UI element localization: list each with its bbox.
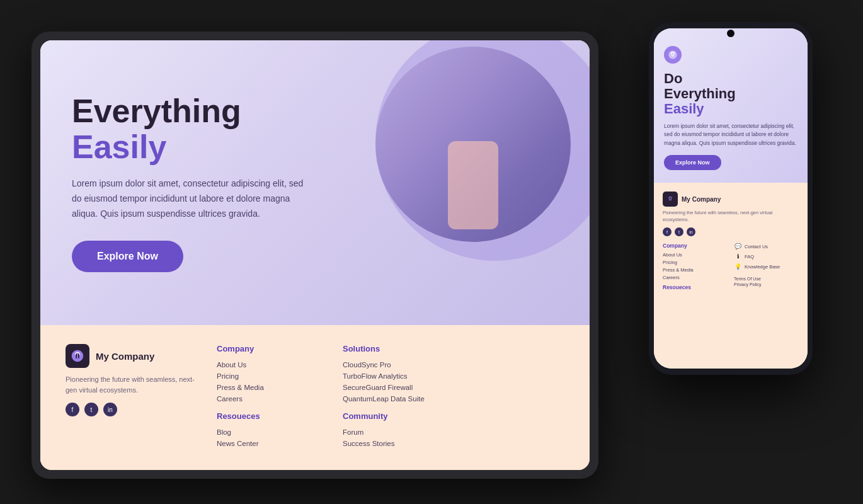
- phone-footer-columns: Company About Us Pricing Press & Media C…: [663, 243, 799, 294]
- phone-legal: Terms Of Use Privacy Policy: [734, 277, 799, 287]
- solutions-link-turboflow[interactable]: TurboFlow Analytics: [343, 372, 481, 380]
- brand-name: My Company: [96, 351, 154, 362]
- footer-col-empty: [494, 344, 590, 451]
- company-link-press[interactable]: Press & Media: [217, 384, 330, 391]
- hero-title-line1: Everything: [72, 93, 311, 129]
- twitter-icon[interactable]: t: [84, 403, 98, 416]
- hero-image: [375, 47, 571, 242]
- phone-device: Do Everything Easily Lorem ipsum dolor s…: [649, 22, 813, 375]
- phone-hero-title-line1: Do: [664, 71, 797, 86]
- phone-explore-now-button[interactable]: Explore Now: [664, 155, 721, 170]
- social-icons: f t in: [66, 403, 204, 416]
- phone-faq-item: ℹ FAQ: [734, 253, 799, 260]
- explore-now-button[interactable]: Explore Now: [72, 241, 183, 272]
- hero-title-line2: Easily: [72, 129, 311, 165]
- phone-hero-section: Do Everything Easily Lorem ipsum dolor s…: [654, 28, 808, 183]
- tablet-footer-section: My Company Pioneering the future with se…: [40, 325, 590, 470]
- phone-brand-icon: [663, 192, 678, 207]
- resources-link-news[interactable]: News Center: [217, 440, 330, 447]
- solutions-link-secureguard[interactable]: SecureGuard Firewall: [343, 384, 481, 391]
- phone-hero-title-line3: Easily: [664, 101, 797, 117]
- phone-notch: [727, 30, 734, 37]
- phone-terms-link[interactable]: Terms Of Use: [734, 277, 799, 281]
- phone-facebook-icon[interactable]: f: [663, 227, 672, 236]
- phone-brand-tagline: Pioneering the future with seamless, nex…: [663, 210, 799, 223]
- footer-solutions-col: Solutions CloudSync Pro TurboFlow Analyt…: [343, 344, 481, 451]
- phone-brand-logo: My Company: [663, 192, 799, 207]
- community-link-success[interactable]: Success Stories: [343, 440, 481, 447]
- chat-icon: 💬: [734, 243, 741, 250]
- phone-kb-label[interactable]: Knowledge Base: [745, 264, 780, 270]
- solutions-link-quantumleap[interactable]: QuantumLeap Data Suite: [343, 395, 481, 403]
- phone-kb-item: 💡 Knowledge Base: [734, 263, 799, 270]
- solutions-col-title: Solutions: [343, 344, 481, 353]
- svg-rect-0: [672, 54, 672, 57]
- phone-social-icons: f t in: [663, 227, 799, 236]
- community-col-title: Community: [343, 411, 481, 421]
- phone-contact-item: 💬 Contact Us: [734, 243, 799, 250]
- tablet-device: Everything Easily Lorem ipsum dolor sit …: [31, 32, 598, 479]
- hero-description: Lorem ipsum dolor sit amet, consectetur …: [72, 176, 311, 221]
- brand-tagline: Pioneering the future with seamless, nex…: [66, 374, 204, 395]
- tablet-hero-section: Everything Easily Lorem ipsum dolor sit …: [40, 40, 590, 325]
- tablet-screen: Everything Easily Lorem ipsum dolor sit …: [40, 40, 590, 470]
- svg-rect-3: [671, 198, 672, 201]
- facebook-icon[interactable]: f: [66, 403, 79, 416]
- phone-company-link-press[interactable]: Press & Media: [663, 267, 728, 273]
- svg-rect-2: [669, 198, 670, 201]
- phone-footer-section: My Company Pioneering the future with se…: [654, 183, 808, 369]
- resources-link-blog[interactable]: Blog: [217, 428, 330, 436]
- phone-brand-name: My Company: [682, 196, 721, 203]
- phone-company-col: Company About Us Pricing Press & Media C…: [663, 243, 728, 294]
- community-link-forum[interactable]: Forum: [343, 428, 481, 436]
- phone-screen: Do Everything Easily Lorem ipsum dolor s…: [654, 28, 808, 369]
- footer-company-col: Company About Us Pricing Press & Media C…: [217, 344, 330, 451]
- info-icon: ℹ: [734, 253, 741, 260]
- phone-linkedin-icon[interactable]: in: [687, 227, 695, 236]
- phone-support-col: 💬 Contact Us ℹ FAQ 💡 Knowledge Base: [734, 243, 799, 294]
- bulb-icon: 💡: [734, 263, 741, 270]
- linkedin-icon[interactable]: in: [103, 403, 117, 416]
- phone-logo: [664, 46, 682, 64]
- resources-col-title: Resoueces: [217, 411, 330, 421]
- brand-icon: [66, 344, 89, 368]
- company-col-title: Company: [217, 344, 330, 353]
- hero-content: Everything Easily Lorem ipsum dolor sit …: [72, 93, 311, 272]
- brand-logo: My Company: [66, 344, 204, 368]
- phone-privacy-link[interactable]: Privacy Policy: [734, 282, 799, 287]
- phone-resources-col-title: Resoueces: [663, 284, 728, 290]
- phone-company-col-title: Company: [663, 243, 728, 249]
- phone-faq-label[interactable]: FAQ: [745, 254, 754, 260]
- phone-company-link-about[interactable]: About Us: [663, 252, 728, 258]
- company-link-about[interactable]: About Us: [217, 361, 330, 369]
- footer-brand: My Company Pioneering the future with se…: [66, 344, 204, 451]
- phone-twitter-icon[interactable]: t: [675, 227, 683, 236]
- phone-company-link-careers[interactable]: Careers: [663, 275, 728, 280]
- phone-support-section: 💬 Contact Us ℹ FAQ 💡 Knowledge Base: [734, 243, 799, 270]
- svg-rect-1: [673, 54, 674, 57]
- solutions-link-cloudsync[interactable]: CloudSync Pro: [343, 361, 481, 369]
- phone-hero-description: Lorem ipsum dolor sit amet, consectetur …: [664, 122, 797, 148]
- company-link-pricing[interactable]: Pricing: [217, 372, 330, 380]
- phone-contact-label[interactable]: Contact Us: [745, 244, 768, 249]
- phone-company-link-pricing[interactable]: Pricing: [663, 260, 728, 265]
- phone-hero-title-line2: Everything: [664, 86, 797, 101]
- company-link-careers[interactable]: Careers: [217, 395, 330, 403]
